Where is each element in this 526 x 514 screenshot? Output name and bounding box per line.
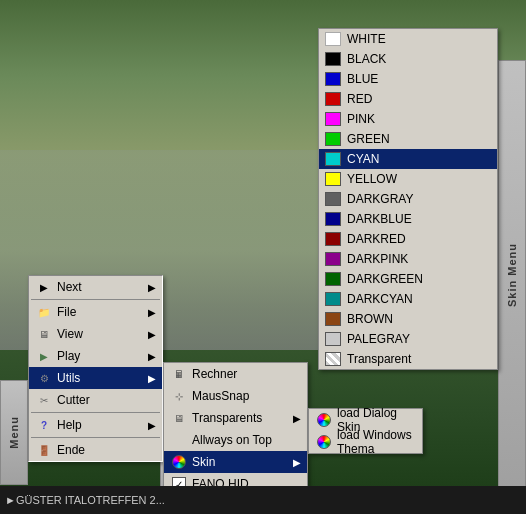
color-item-red[interactable]: RED bbox=[319, 89, 497, 109]
play-icon: ▶ bbox=[35, 348, 53, 364]
color-swatch-blue bbox=[325, 72, 341, 86]
menu-item-file-label: File bbox=[57, 305, 148, 319]
menu-item-help-label: Help bbox=[57, 418, 148, 432]
cursor-icon: ⊹ bbox=[170, 388, 188, 404]
menu-item-utils-label: Utils bbox=[57, 371, 148, 385]
menu-item-ende[interactable]: 🚪 Ende bbox=[29, 439, 162, 461]
scissors-icon: ✂ bbox=[35, 392, 53, 408]
color-label-darkblue: DARKBLUE bbox=[347, 212, 412, 226]
utils-arrow: ▶ bbox=[148, 373, 156, 384]
skin-color-menu: WHITEBLACKBLUEREDPINKGREENCYANYELLOWDARK… bbox=[318, 28, 498, 370]
color-item-darkblue[interactable]: DARKBLUE bbox=[319, 209, 497, 229]
rainbow3-icon bbox=[317, 435, 331, 449]
skin-menu-sidebar: Skin Menu bbox=[498, 60, 526, 490]
color-item-yellow[interactable]: YELLOW bbox=[319, 169, 497, 189]
color-swatch-darkcyan bbox=[325, 292, 341, 306]
color-label-blue: BLUE bbox=[347, 72, 378, 86]
help-arrow: ▶ bbox=[148, 420, 156, 431]
color-item-brown[interactable]: BROWN bbox=[319, 309, 497, 329]
color-item-green[interactable]: GREEN bbox=[319, 129, 497, 149]
file-arrow: ▶ bbox=[148, 307, 156, 318]
color-item-palegray[interactable]: PALEGRAY bbox=[319, 329, 497, 349]
menu-sidebar: Menu bbox=[0, 380, 28, 485]
menu-item-next-label: Next bbox=[57, 280, 148, 294]
menu-item-next[interactable]: ▶ Next ▶ bbox=[29, 276, 162, 298]
main-menu: ▶ Next ▶ 📁 File ▶ 🖥 View ▶ ▶ Play ▶ ⚙ Ut… bbox=[28, 275, 163, 462]
menu-item-view-label: View bbox=[57, 327, 148, 341]
color-swatch-palegray bbox=[325, 332, 341, 346]
calculator-icon: 🖩 bbox=[170, 366, 188, 382]
monitor2-icon: 🖥 bbox=[170, 410, 188, 426]
color-label-transparent: Transparent bbox=[347, 352, 411, 366]
utils-item-maussnap[interactable]: ⊹ MausSnap bbox=[164, 385, 307, 407]
color-swatch-brown bbox=[325, 312, 341, 326]
color-label-darkgray: DARKGRAY bbox=[347, 192, 413, 206]
menu-item-utils[interactable]: ⚙ Utils ▶ bbox=[29, 367, 162, 389]
color-label-darkcyan: DARKCYAN bbox=[347, 292, 413, 306]
bottom-bar: ►GÜSTER ITALOTREFFEN 2... bbox=[0, 486, 526, 514]
color-label-red: RED bbox=[347, 92, 372, 106]
color-item-pink[interactable]: PINK bbox=[319, 109, 497, 129]
menu-sidebar-label: Menu bbox=[8, 416, 20, 449]
color-item-darkcyan[interactable]: DARKCYAN bbox=[319, 289, 497, 309]
rainbow-dialog-icon bbox=[315, 412, 333, 428]
color-label-green: GREEN bbox=[347, 132, 390, 146]
menu-item-help[interactable]: ? Help ▶ bbox=[29, 414, 162, 436]
allways-top-icon bbox=[170, 432, 188, 448]
allways-on-top-label: Allways on Top bbox=[192, 433, 301, 447]
color-swatch-darkred bbox=[325, 232, 341, 246]
skin-label: Skin bbox=[192, 455, 293, 469]
color-label-yellow: YELLOW bbox=[347, 172, 397, 186]
arrow-right-icon: ▶ bbox=[35, 279, 53, 295]
utils-item-transparents[interactable]: 🖥 Transparents ▶ bbox=[164, 407, 307, 429]
color-label-darkred: DARKRED bbox=[347, 232, 406, 246]
rechner-label: Rechner bbox=[192, 367, 301, 381]
color-label-cyan: CYAN bbox=[347, 152, 379, 166]
next-arrow: ▶ bbox=[148, 282, 156, 293]
folder-icon: 📁 bbox=[35, 304, 53, 320]
utils-submenu: 🖩 Rechner ⊹ MausSnap 🖥 Transparents ▶ Al… bbox=[163, 362, 308, 496]
color-swatch-cyan bbox=[325, 152, 341, 166]
color-label-white: WHITE bbox=[347, 32, 386, 46]
color-item-cyan[interactable]: CYAN bbox=[319, 149, 497, 169]
rainbow-windows-icon bbox=[315, 434, 333, 450]
utils-item-rechner[interactable]: 🖩 Rechner bbox=[164, 363, 307, 385]
color-swatch-black bbox=[325, 52, 341, 66]
separator-3 bbox=[31, 437, 160, 438]
skin-submenu: load Dialog Skin load Windows Thema bbox=[308, 408, 423, 454]
menu-item-view[interactable]: 🖥 View ▶ bbox=[29, 323, 162, 345]
menu-item-cutter[interactable]: ✂ Cutter bbox=[29, 389, 162, 411]
color-swatch-darkgreen bbox=[325, 272, 341, 286]
skin-item-load-windows[interactable]: load Windows Thema bbox=[309, 431, 422, 453]
transparents-arrow: ▶ bbox=[293, 413, 301, 424]
color-item-darkred[interactable]: DARKRED bbox=[319, 229, 497, 249]
utils-item-skin[interactable]: Skin ▶ bbox=[164, 451, 307, 473]
menu-item-cutter-label: Cutter bbox=[57, 393, 156, 407]
skin-sidebar-label: Skin Menu bbox=[506, 243, 518, 307]
color-label-black: BLACK bbox=[347, 52, 386, 66]
menu-item-play[interactable]: ▶ Play ▶ bbox=[29, 345, 162, 367]
color-item-transparent[interactable]: Transparent bbox=[319, 349, 497, 369]
play-arrow: ▶ bbox=[148, 351, 156, 362]
maussnap-label: MausSnap bbox=[192, 389, 301, 403]
color-item-darkpink[interactable]: DARKPINK bbox=[319, 249, 497, 269]
color-item-blue[interactable]: BLUE bbox=[319, 69, 497, 89]
color-label-pink: PINK bbox=[347, 112, 375, 126]
door-icon: 🚪 bbox=[35, 442, 53, 458]
color-item-darkgray[interactable]: DARKGRAY bbox=[319, 189, 497, 209]
utils-item-allways-on-top[interactable]: Allways on Top bbox=[164, 429, 307, 451]
rainbow2-icon bbox=[317, 413, 331, 427]
color-label-brown: BROWN bbox=[347, 312, 393, 326]
separator-2 bbox=[31, 412, 160, 413]
color-swatch-green bbox=[325, 132, 341, 146]
color-swatch-darkpink bbox=[325, 252, 341, 266]
color-item-white[interactable]: WHITE bbox=[319, 29, 497, 49]
color-item-darkgreen[interactable]: DARKGREEN bbox=[319, 269, 497, 289]
menu-item-file[interactable]: 📁 File ▶ bbox=[29, 301, 162, 323]
skin-icon bbox=[170, 454, 188, 470]
color-swatch-pink bbox=[325, 112, 341, 126]
color-label-darkpink: DARKPINK bbox=[347, 252, 408, 266]
color-item-black[interactable]: BLACK bbox=[319, 49, 497, 69]
color-swatch-yellow bbox=[325, 172, 341, 186]
bottom-bar-text: ►GÜSTER ITALOTREFFEN 2... bbox=[5, 494, 165, 506]
